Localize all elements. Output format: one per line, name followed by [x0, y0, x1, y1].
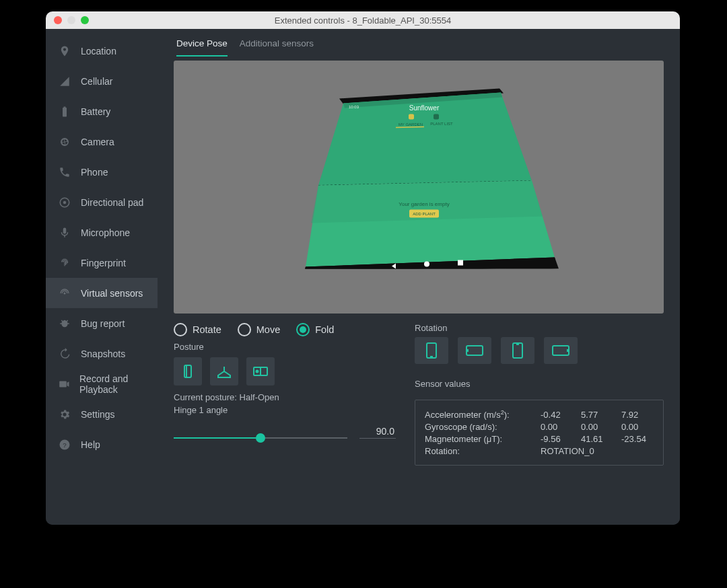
- dpad-icon: [58, 196, 71, 209]
- preview-empty-text: Your garden is empty: [399, 201, 449, 207]
- sidebar-item-microphone[interactable]: Microphone: [46, 217, 158, 248]
- svg-rect-14: [409, 210, 439, 218]
- sidebar-item-help[interactable]: ?Help: [46, 429, 158, 460]
- radio-fold[interactable]: Fold: [296, 323, 334, 336]
- sidebar-item-label: Fingerprint: [81, 258, 126, 268]
- sensor-gyroscope: Gyroscope (rad/s): 0.00 0.00 0.00: [425, 422, 654, 432]
- svg-marker-16: [304, 258, 556, 269]
- svg-rect-8: [409, 114, 414, 120]
- fingerprint-icon: [58, 257, 71, 269]
- posture-halfopen-button[interactable]: [210, 357, 238, 385]
- svg-marker-12: [306, 181, 555, 267]
- svg-rect-32: [553, 346, 569, 355]
- help-icon: ?: [58, 439, 71, 451]
- window: Extended controls - 8_Foldable_API_30:55…: [46, 11, 680, 525]
- sensors-icon: [58, 287, 71, 299]
- sensor-magnetometer: Magnetometer (μT): -9.56 41.61 -23.54: [425, 434, 654, 444]
- svg-marker-6: [318, 93, 532, 186]
- bug-icon: [58, 318, 71, 330]
- rotation-portrait-button[interactable]: [415, 337, 448, 364]
- preview-tab-plantlist: PLANT LIST: [430, 122, 453, 126]
- svg-marker-5: [339, 89, 504, 104]
- svg-rect-20: [458, 260, 463, 266]
- preview-add-plant-button: ADD PLANT: [413, 212, 436, 216]
- sidebar: LocationCellularBatteryCameraPhoneDirect…: [46, 29, 158, 525]
- svg-marker-13: [311, 181, 543, 223]
- titlebar: Extended controls - 8_Foldable_API_30:55…: [46, 11, 680, 29]
- sidebar-item-bug-report[interactable]: Bug report: [46, 308, 158, 338]
- sidebar-item-fingerprint[interactable]: Fingerprint: [46, 248, 158, 278]
- section-rotation: Rotation: [415, 323, 664, 333]
- battery-icon: [58, 106, 71, 118]
- posture-open-button[interactable]: [246, 357, 275, 385]
- rotation-portrait-down-button[interactable]: [501, 337, 534, 364]
- sidebar-item-directional-pad[interactable]: Directional pad: [46, 187, 158, 217]
- svg-text:?: ?: [63, 441, 67, 448]
- tabs: Device PoseAdditional sensors: [167, 29, 670, 57]
- svg-line-11: [318, 181, 532, 186]
- radio-move[interactable]: Move: [238, 323, 280, 336]
- hinge-angle-slider[interactable]: [174, 437, 347, 439]
- svg-rect-30: [513, 343, 522, 358]
- video-icon: [58, 378, 70, 390]
- history-icon: [58, 348, 71, 360]
- tab-additional-sensors[interactable]: Additional sensors: [240, 38, 314, 57]
- tab-device-pose[interactable]: Device Pose: [176, 38, 228, 57]
- svg-rect-9: [434, 114, 439, 120]
- sidebar-item-label: Help: [81, 439, 100, 450]
- mode-radios: Rotate Move Fold: [174, 323, 396, 336]
- section-posture: Posture: [174, 342, 396, 352]
- svg-marker-17: [304, 258, 556, 269]
- section-sensor-values: Sensor values: [415, 379, 664, 389]
- svg-marker-7: [343, 93, 502, 108]
- rotation-landscape-left-button[interactable]: [458, 337, 491, 364]
- sidebar-item-camera[interactable]: Camera: [46, 126, 158, 157]
- sidebar-item-snapshots[interactable]: Snapshots: [46, 338, 158, 369]
- sidebar-item-label: Microphone: [81, 227, 130, 238]
- sidebar-item-label: Phone: [81, 167, 108, 178]
- sidebar-item-label: Settings: [81, 409, 115, 420]
- mic-icon: [58, 227, 71, 239]
- current-posture: Current posture: Half-Open: [174, 392, 396, 402]
- main-panel: Device PoseAdditional sensors Sunflower …: [158, 29, 680, 525]
- sidebar-item-label: Cellular: [81, 76, 112, 87]
- rotation-landscape-right-button[interactable]: [544, 337, 578, 364]
- sidebar-item-label: Directional pad: [81, 197, 143, 208]
- svg-point-25: [256, 371, 258, 373]
- sidebar-item-label: Snapshots: [81, 348, 125, 359]
- sidebar-item-cellular[interactable]: Cellular: [46, 66, 158, 96]
- svg-point-1: [63, 200, 67, 204]
- cellular-icon: [58, 75, 71, 87]
- camera-icon: [58, 136, 71, 148]
- svg-marker-15: [302, 258, 559, 269]
- sensor-values-box: Accelerometer (m/s2): -0.42 5.77 7.92 Gy…: [415, 400, 664, 466]
- sensor-accelerometer: Accelerometer (m/s2): -0.42 5.77 7.92: [425, 409, 654, 420]
- sidebar-item-label: Location: [81, 46, 116, 57]
- phone-icon: [58, 166, 71, 178]
- hinge-angle-input[interactable]: [359, 425, 396, 439]
- posture-closed-button[interactable]: [174, 357, 202, 385]
- sidebar-item-location[interactable]: Location: [46, 36, 158, 66]
- sidebar-item-label: Bug report: [81, 318, 125, 329]
- sidebar-item-battery[interactable]: Battery: [46, 96, 158, 126]
- svg-rect-26: [427, 343, 436, 358]
- sidebar-item-settings[interactable]: Settings: [46, 399, 158, 429]
- preview-status-time: 10:03: [349, 105, 359, 109]
- preview-app-title: Sunflower: [409, 104, 440, 112]
- sidebar-item-record-and-playback[interactable]: Record and Playback: [46, 369, 158, 399]
- window-title: Extended controls - 8_Foldable_API_30:55…: [46, 15, 680, 26]
- gear-icon: [58, 408, 71, 420]
- sensor-rotation: Rotation: ROTATION_0: [425, 446, 654, 456]
- sidebar-item-label: Camera: [81, 137, 114, 147]
- sidebar-item-label: Battery: [81, 106, 110, 117]
- svg-marker-18: [392, 264, 396, 269]
- sidebar-item-label: Record and Playback: [79, 373, 158, 395]
- sidebar-item-phone[interactable]: Phone: [46, 157, 158, 187]
- sidebar-item-label: Virtual sensors: [81, 288, 143, 299]
- sidebar-item-virtual-sensors[interactable]: Virtual sensors: [46, 278, 158, 308]
- svg-rect-21: [184, 365, 191, 377]
- device-preview[interactable]: Sunflower 10:03 MY GARDEN PLANT LIST: [174, 61, 664, 314]
- hinge-angle-label: Hinge 1 angle: [174, 405, 396, 415]
- radio-rotate[interactable]: Rotate: [174, 323, 221, 336]
- svg-line-10: [396, 127, 424, 128]
